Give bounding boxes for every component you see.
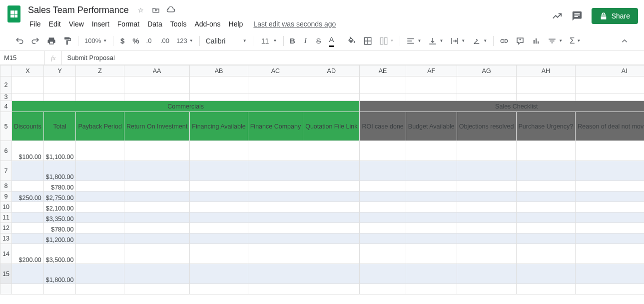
col-header[interactable]: X bbox=[11, 66, 43, 76]
col-budget[interactable]: Budget Available bbox=[406, 112, 457, 141]
bold-icon[interactable]: B bbox=[287, 34, 299, 48]
star-icon[interactable]: ☆ bbox=[136, 6, 146, 14]
collapse-toolbar-icon[interactable] bbox=[617, 34, 632, 48]
functions-dropdown[interactable]: Σ▼ bbox=[567, 34, 584, 48]
col-header[interactable]: AC bbox=[248, 66, 303, 76]
cloud-icon[interactable] bbox=[166, 6, 176, 14]
comments-icon[interactable] bbox=[572, 10, 583, 22]
cell[interactable]: $3,350.00 bbox=[43, 212, 76, 223]
fill-color-icon[interactable] bbox=[344, 34, 359, 48]
cell[interactable]: $1,100.00 bbox=[43, 141, 76, 161]
row-header[interactable]: 10 bbox=[0, 202, 12, 212]
chart-icon[interactable] bbox=[529, 34, 544, 48]
row-header[interactable]: 7 bbox=[0, 161, 12, 181]
section-header-checklist[interactable]: Sales Checklist bbox=[360, 101, 644, 112]
row-header[interactable]: 5 bbox=[0, 112, 12, 141]
section-header-commercials[interactable]: Commercials bbox=[11, 101, 360, 112]
merge-dropdown[interactable]: ▼ bbox=[376, 34, 397, 48]
menu-data[interactable]: Data bbox=[144, 18, 166, 30]
share-button[interactable]: Share bbox=[592, 8, 638, 24]
row-header[interactable]: 3 bbox=[0, 94, 12, 101]
cell[interactable] bbox=[11, 161, 43, 181]
cell[interactable]: $1,200.00 bbox=[43, 234, 76, 244]
col-objections[interactable]: Objections resolved bbox=[457, 112, 516, 141]
filter-dropdown[interactable]: ▼ bbox=[545, 34, 566, 48]
move-icon[interactable] bbox=[151, 6, 161, 14]
col-total[interactable]: Total bbox=[43, 112, 76, 141]
col-header[interactable]: AD bbox=[303, 66, 360, 76]
wrap-dropdown[interactable]: ▼ bbox=[447, 34, 468, 48]
row-header[interactable]: 15 bbox=[0, 264, 12, 284]
print-icon[interactable] bbox=[44, 34, 59, 48]
col-payback[interactable]: Payback Period bbox=[76, 112, 124, 141]
cell[interactable]: $3,500.00 bbox=[43, 244, 76, 264]
col-quote-link[interactable]: Quotation File Link bbox=[303, 112, 360, 141]
row-header[interactable]: 11 bbox=[0, 212, 12, 223]
col-roi-done[interactable]: ROI case done bbox=[360, 112, 406, 141]
menu-help[interactable]: Help bbox=[225, 18, 247, 30]
row-header[interactable]: 12 bbox=[0, 223, 12, 234]
row-header[interactable]: 9 bbox=[0, 192, 12, 202]
cell[interactable] bbox=[11, 181, 43, 192]
col-financing[interactable]: Financing Available bbox=[190, 112, 248, 141]
cell[interactable]: $2,100.00 bbox=[43, 202, 76, 212]
decrease-decimal-icon[interactable]: .0 bbox=[143, 34, 156, 48]
halign-dropdown[interactable]: ▼ bbox=[403, 34, 424, 48]
cell[interactable] bbox=[11, 234, 43, 244]
cell[interactable] bbox=[11, 264, 43, 284]
formula-input[interactable]: Submit Proposal bbox=[62, 51, 644, 64]
menu-tools[interactable]: Tools bbox=[167, 18, 190, 30]
col-header[interactable]: Y bbox=[43, 66, 76, 76]
cell[interactable]: $200.00 bbox=[11, 244, 43, 264]
borders-icon[interactable] bbox=[360, 34, 375, 48]
menu-file[interactable]: File bbox=[26, 18, 44, 30]
paint-format-icon[interactable] bbox=[60, 34, 75, 48]
col-header[interactable]: Z bbox=[76, 66, 124, 76]
row-header[interactable]: 4 bbox=[0, 101, 12, 112]
valign-dropdown[interactable]: ▼ bbox=[425, 34, 446, 48]
col-urgency[interactable]: Purchase Urgency? bbox=[516, 112, 576, 141]
col-header[interactable]: AE bbox=[360, 66, 406, 76]
cell[interactable]: $1,800.00 bbox=[43, 161, 76, 181]
col-header[interactable]: AI bbox=[576, 66, 644, 76]
menu-addons[interactable]: Add-ons bbox=[191, 18, 224, 30]
row-header[interactable]: 8 bbox=[0, 181, 12, 192]
increase-decimal-icon[interactable]: .00 bbox=[157, 34, 172, 48]
cell[interactable]: $250.00 bbox=[11, 192, 43, 202]
percent-icon[interactable]: % bbox=[129, 34, 142, 48]
cell[interactable]: $780.00 bbox=[43, 181, 76, 192]
menu-edit[interactable]: Edit bbox=[45, 18, 64, 30]
col-finance-co[interactable]: Finance Company bbox=[248, 112, 303, 141]
currency-icon[interactable]: $ bbox=[116, 34, 128, 48]
col-discounts[interactable]: Discounts bbox=[11, 112, 43, 141]
col-header[interactable]: AA bbox=[124, 66, 189, 76]
cell[interactable]: $2,750.00 bbox=[43, 192, 76, 202]
menu-insert[interactable]: Insert bbox=[88, 18, 113, 30]
more-formats-dropdown[interactable]: 123▼ bbox=[173, 35, 196, 46]
row-header[interactable]: 13 bbox=[0, 234, 12, 244]
redo-icon[interactable] bbox=[28, 34, 43, 48]
col-header[interactable]: AB bbox=[190, 66, 248, 76]
menu-format[interactable]: Format bbox=[114, 18, 143, 30]
font-dropdown[interactable]: Calibri▼ bbox=[203, 35, 250, 47]
select-all-corner[interactable] bbox=[0, 66, 12, 76]
cell[interactable]: $780.00 bbox=[43, 223, 76, 234]
undo-icon[interactable] bbox=[12, 34, 27, 48]
col-roi[interactable]: Return On Investment bbox=[124, 112, 189, 141]
cell[interactable]: $100.00 bbox=[11, 141, 43, 161]
cell[interactable]: $1,800.00 bbox=[43, 264, 76, 284]
last-edit-link[interactable]: Last edit was seconds ago bbox=[253, 20, 336, 28]
menu-view[interactable]: View bbox=[65, 18, 87, 30]
cell[interactable] bbox=[11, 223, 43, 234]
strike-icon[interactable]: S bbox=[313, 34, 325, 48]
zoom-dropdown[interactable]: 100%▼ bbox=[81, 35, 110, 46]
row-header[interactable]: 14 bbox=[0, 244, 12, 264]
name-box[interactable]: M15 bbox=[0, 51, 45, 64]
col-header[interactable]: AF bbox=[406, 66, 457, 76]
link-icon[interactable] bbox=[497, 34, 512, 48]
col-reason[interactable]: Reason of deal not moving ahead bbox=[576, 112, 644, 141]
document-title[interactable]: Sales Team Performance bbox=[26, 4, 131, 16]
rotate-dropdown[interactable]: ▼ bbox=[469, 34, 490, 48]
sheets-logo[interactable] bbox=[4, 4, 24, 24]
col-header[interactable]: AH bbox=[516, 66, 576, 76]
